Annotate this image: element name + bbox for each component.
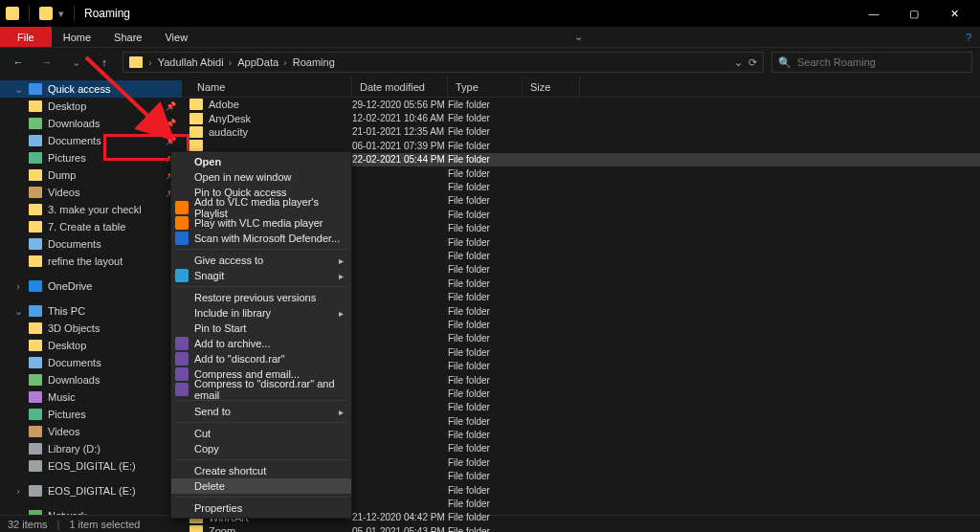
context-menu-properties[interactable]: Properties	[171, 500, 351, 516]
drive-icon	[29, 485, 42, 497]
column-header-date[interactable]: Date modified	[352, 77, 448, 97]
close-button[interactable]: ✕	[934, 0, 974, 27]
context-menu-send-to[interactable]: Send to	[171, 404, 351, 419]
sidebar-this-pc[interactable]: ⌄This PC	[0, 302, 182, 320]
sidebar-item-music[interactable]: Music	[0, 388, 182, 406]
maximize-button[interactable]: ▢	[894, 0, 934, 27]
context-menu-separator	[175, 459, 347, 460]
sidebar-item-refine-the-layout[interactable]: refine the layout	[0, 253, 182, 270]
search-box[interactable]: 🔍	[771, 52, 972, 73]
sidebar-item-documents[interactable]: Documents	[0, 354, 182, 371]
context-menu-pin-to-start[interactable]: Pin to Start	[171, 321, 351, 336]
ribbon-tab-file[interactable]: File	[0, 27, 52, 47]
column-header-size[interactable]: Size	[523, 77, 580, 97]
context-menu-create-shortcut[interactable]: Create shortcut	[171, 463, 351, 478]
folder-icon	[29, 374, 42, 386]
rar-icon	[175, 352, 189, 366]
sidebar-item-videos[interactable]: Videos📌	[0, 184, 182, 201]
back-button[interactable]: ←	[8, 52, 29, 73]
search-input[interactable]	[797, 56, 966, 68]
context-menu-compress-to-discord-rar-and-email[interactable]: Compress to "discord.rar" and email	[171, 382, 351, 397]
context-menu-add-to-discord-rar-[interactable]: Add to "discord.rar"	[171, 351, 351, 366]
sidebar-item-library-d-[interactable]: Library (D:)	[0, 440, 182, 457]
context-menu-include-in-library[interactable]: Include in library	[171, 305, 351, 321]
forward-button[interactable]: →	[36, 52, 57, 73]
folder-icon	[29, 187, 42, 198]
context-menu-give-access-to[interactable]: Give access to	[171, 253, 351, 268]
sidebar-network[interactable]: ›Network	[0, 507, 182, 515]
up-button[interactable]: ↑	[94, 52, 115, 73]
star-icon	[29, 83, 42, 95]
chevron-right-icon[interactable]: ›	[148, 56, 152, 68]
ribbon-tabs: File Home Share View ⌄ ?	[0, 27, 980, 48]
ribbon-tab-view[interactable]: View	[153, 27, 199, 47]
ribbon-expand-button[interactable]: ⌄	[563, 27, 594, 47]
chevron-right-icon[interactable]: ›	[229, 56, 233, 68]
file-row-audacity[interactable]: audacity21-01-2021 12:35 AMFile folder	[182, 125, 980, 139]
folder-icon	[189, 113, 203, 124]
context-menu-separator	[175, 286, 347, 287]
rar-icon	[175, 337, 189, 350]
rar-icon	[175, 383, 189, 396]
sidebar-eos-digital[interactable]: ›EOS_DIGITAL (E:)	[0, 482, 182, 499]
window-title: Roaming	[84, 7, 130, 20]
breadcrumb-appdata[interactable]: AppData	[237, 56, 278, 68]
sidebar-item-7-create-a-table[interactable]: 7. Create a table	[0, 218, 182, 235]
context-menu-delete[interactable]: Delete	[171, 478, 351, 494]
folder-icon	[29, 221, 42, 233]
column-header-name[interactable]: Name	[189, 77, 352, 97]
sidebar-item-pictures[interactable]: Pictures📌	[0, 149, 182, 166]
sidebar-item-pictures[interactable]: Pictures	[0, 406, 182, 423]
context-menu-scan-with-microsoft-defender-[interactable]: Scan with Microsoft Defender...	[171, 231, 351, 246]
sidebar-item-eos-digital-e-[interactable]: EOS_DIGITAL (E:)	[0, 457, 182, 475]
file-row-adobe[interactable]: Adobe29-12-2020 05:56 PMFile folder	[182, 98, 980, 111]
context-menu-cut[interactable]: Cut	[171, 426, 351, 441]
status-item-count: 32 items	[8, 519, 48, 530]
context-menu-open[interactable]: Open	[171, 154, 351, 169]
context-menu-add-to-vlc-media-player-s-playlist[interactable]: Add to VLC media player's Playlist	[171, 200, 351, 215]
file-list-area: Name Date modified Type Size Adobe29-12-…	[182, 77, 980, 515]
file-row-anydesk[interactable]: AnyDesk12-02-2021 10:46 AMFile folder	[182, 111, 980, 124]
chevron-right-icon[interactable]: ›	[283, 56, 287, 68]
sidebar-item-documents[interactable]: Documents📌	[0, 132, 182, 149]
folder-icon	[189, 525, 203, 532]
context-menu-restore-previous-versions[interactable]: Restore previous versions	[171, 290, 351, 305]
sidebar-onedrive[interactable]: ›OneDrive	[0, 277, 182, 295]
pc-icon	[29, 305, 42, 317]
minimize-button[interactable]: —	[854, 0, 894, 27]
recent-locations-button[interactable]: ⌄	[65, 52, 86, 73]
breadcrumb-user[interactable]: Yadullah Abidi	[158, 56, 224, 68]
sidebar-item-videos[interactable]: Videos	[0, 423, 182, 440]
ribbon-tab-share[interactable]: Share	[102, 27, 153, 47]
sidebar-item-downloads[interactable]: Downloads📌	[0, 115, 182, 132]
breadcrumb-roaming[interactable]: Roaming	[293, 56, 335, 68]
address-bar[interactable]: › Yadullah Abidi› AppData› Roaming ⌄ ⟳	[122, 52, 764, 73]
sidebar-item-desktop[interactable]: Desktop	[0, 337, 182, 354]
sidebar-item-3-make-your-checkl[interactable]: 3. make your checkl	[0, 201, 182, 218]
file-row-zoom[interactable]: Zoom05-01-2021 05:43 PMFile folder	[182, 524, 980, 532]
folder-icon	[29, 443, 42, 454]
folder-icon	[29, 322, 42, 334]
context-menu-open-in-new-window[interactable]: Open in new window	[171, 169, 351, 185]
context-menu-snagit[interactable]: Snagit	[171, 268, 351, 283]
column-headers: Name Date modified Type Size	[182, 77, 980, 98]
sidebar-item-desktop[interactable]: Desktop📌	[0, 98, 182, 115]
folder-icon	[29, 460, 42, 472]
search-icon: 🔍	[778, 56, 791, 69]
context-menu-play-with-vlc-media-player[interactable]: Play with VLC media player	[171, 215, 351, 231]
help-icon[interactable]: ?	[957, 27, 980, 47]
sidebar-item-dump[interactable]: Dump📌	[0, 166, 182, 184]
sidebar-item-documents[interactable]: Documents	[0, 235, 182, 253]
address-dropdown-button[interactable]: ⌄	[734, 56, 743, 69]
pin-icon: 📌	[166, 119, 176, 128]
navigation-pane[interactable]: ⌄Quick access Desktop📌Downloads📌Document…	[0, 77, 182, 515]
ribbon-tab-home[interactable]: Home	[52, 27, 102, 47]
refresh-button[interactable]: ⟳	[748, 56, 757, 69]
context-menu-add-to-archive-[interactable]: Add to archive...	[171, 336, 351, 351]
sidebar-quick-access[interactable]: ⌄Quick access	[0, 80, 182, 98]
context-menu-copy[interactable]: Copy	[171, 441, 351, 456]
sidebar-item-downloads[interactable]: Downloads	[0, 371, 182, 388]
column-header-type[interactable]: Type	[448, 77, 523, 97]
sidebar-item-3d-objects[interactable]: 3D Objects	[0, 320, 182, 337]
context-menu-separator	[175, 497, 347, 498]
